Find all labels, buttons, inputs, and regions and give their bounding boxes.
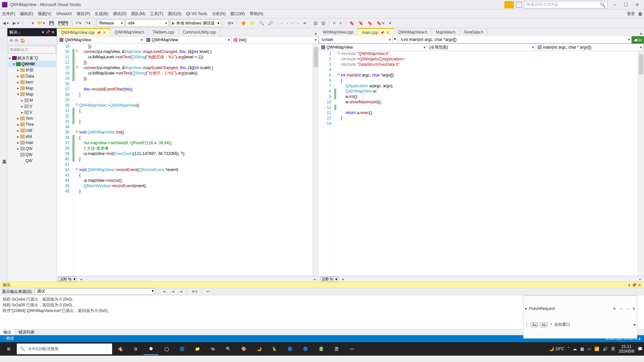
- config-combo[interactable]: Release: [97, 19, 125, 27]
- polish-more-icon[interactable]: ⋮: [525, 322, 529, 327]
- weather-widget[interactable]: 🌙 18°C: [549, 347, 564, 351]
- feedback-icon[interactable]: [516, 2, 522, 8]
- editor-tab[interactable]: QWHMapView.h: [110, 28, 148, 36]
- tb-icon[interactable]: 🔎: [267, 20, 275, 26]
- tb-icon[interactable]: ▫: [285, 20, 289, 26]
- menu-vassistx[interactable]: VAssistX: [56, 11, 72, 16]
- editor-tab[interactable]: GeoData.h: [460, 28, 488, 36]
- wifi-icon[interactable]: 📶: [594, 347, 599, 351]
- chevron-down-icon[interactable]: ▾: [525, 306, 527, 311]
- taskbar-app[interactable]: 🐴: [113, 343, 128, 355]
- right-hscroll[interactable]: ◂▸: [340, 277, 643, 281]
- va-scope[interactable]: ↳ main: [319, 36, 393, 43]
- polish-close-icon[interactable]: ✕: [632, 306, 636, 311]
- user-icon[interactable]: ▦: [638, 11, 642, 16]
- right-vscroll[interactable]: [638, 51, 644, 276]
- left-vscroll[interactable]: [313, 44, 319, 276]
- platform-combo[interactable]: x64: [126, 19, 169, 27]
- indent-button[interactable]: ≡: [332, 20, 337, 26]
- save-button[interactable]: 💾: [48, 20, 55, 26]
- new-project-button[interactable]: 📄▾: [26, 20, 35, 26]
- polish-scope-dropdown[interactable]: ▾: [634, 322, 636, 327]
- taskbar-app[interactable]: 🎨: [236, 343, 251, 355]
- menu-debug[interactable]: 调试(D): [113, 11, 127, 17]
- editor-tab[interactable]: TileItem.cpp: [148, 28, 179, 36]
- menu-test[interactable]: 测试(S): [168, 11, 181, 17]
- nav-scope[interactable]: QWHMapView: [57, 37, 144, 43]
- tree-item[interactable]: QW: [8, 158, 56, 164]
- uncomment-button[interactable]: ▥: [320, 20, 327, 26]
- menu-project[interactable]: 项目(P): [77, 11, 90, 17]
- taskbar-search[interactable]: 🔍今年618取消预售: [17, 344, 112, 354]
- maximize-button[interactable]: ☐: [621, 2, 631, 7]
- start-button[interactable]: ⊞: [1, 343, 16, 355]
- close-icon[interactable]: ✕: [638, 283, 641, 288]
- task-view-icon[interactable]: ⧉: [128, 343, 143, 355]
- nav-member[interactable]: init(): [232, 37, 318, 43]
- taskbar-app[interactable]: 🔍: [221, 343, 236, 355]
- notification-flag-icon[interactable]: [504, 1, 514, 8]
- output-source-combo[interactable]: 调试: [35, 288, 155, 295]
- dropdown-icon[interactable]: ▾: [628, 283, 630, 288]
- menu-qt[interactable]: Qt VS Tools: [186, 11, 207, 16]
- tb-icon[interactable]: ▫: [291, 20, 295, 26]
- tb-icon[interactable]: ▫: [296, 20, 300, 26]
- undo-button[interactable]: ↶▾: [75, 20, 83, 26]
- tree-item[interactable]: ▸Thre: [8, 121, 56, 127]
- start-debug-button[interactable]: ▶本地 Windows 调试器: [170, 19, 221, 27]
- quick-launch-input[interactable]: 快速启动 (Ctrl+Q)🔍: [524, 1, 608, 8]
- editor-tab[interactable]: QWHMapView.h: [394, 28, 432, 36]
- taskbar-app-edge[interactable]: 🌐: [175, 343, 189, 355]
- bookmark-clear-icon[interactable]: 🔖✕: [375, 20, 386, 26]
- taskbar-app-vs[interactable]: ⬣: [144, 343, 158, 355]
- tab-output[interactable]: 输出: [0, 329, 15, 335]
- polish-dismiss-icon[interactable]: ✕: [613, 306, 616, 311]
- polish-prev-icon[interactable]: →: [619, 306, 623, 311]
- menu-team[interactable]: 团队(M): [131, 11, 145, 17]
- nav-member[interactable]: main(int argc, char * argv[]): [536, 44, 644, 51]
- nav-fwd-button[interactable]: ▶ ▾: [11, 20, 20, 26]
- menu-tools[interactable]: 工具(T): [150, 11, 163, 17]
- tab-errorlist[interactable]: 错误列表: [15, 329, 38, 335]
- taskbar-app[interactable]: 📓: [329, 343, 344, 355]
- taskbar-app[interactable]: ◯: [159, 343, 174, 355]
- out-icon[interactable]: ⇤: [162, 289, 168, 295]
- case-icon[interactable]: Aa: [531, 322, 538, 327]
- sign-in-link[interactable]: 登录: [627, 11, 635, 17]
- tree-item[interactable]: ▸mair: [8, 140, 56, 146]
- tb-icon[interactable]: 📁: [249, 20, 256, 26]
- notifications-icon[interactable]: 💬: [638, 347, 643, 351]
- pin-icon[interactable]: 📌: [632, 283, 637, 288]
- nav-class[interactable]: QWHMapView: [144, 37, 231, 43]
- taskbar-app[interactable]: 🌙: [252, 343, 266, 355]
- nav-back-button[interactable]: ◀ ▾: [1, 20, 10, 26]
- tree-item[interactable]: ▸解决方案"Q: [8, 55, 56, 61]
- tree-item[interactable]: ▸Data: [8, 73, 56, 79]
- clear-icon[interactable]: ✕≡: [190, 289, 199, 295]
- taskbar-app[interactable]: 📗: [313, 343, 328, 355]
- menu-analyze[interactable]: 分析(N): [212, 11, 226, 17]
- editor-tab[interactable]: QWHMapView.cpp 📌 ✕: [57, 28, 110, 36]
- tb-more[interactable]: ▾: [388, 20, 392, 26]
- tb-icon[interactable]: 🔍: [258, 20, 265, 26]
- tb-icon[interactable]: ▫: [280, 20, 284, 26]
- tb-icon[interactable]: ▫▾: [301, 20, 307, 26]
- output-body[interactable]: 线程 0x1eb4 已退出，返回值为 0 (0x0)。 线程 0x3a08 已退…: [0, 295, 644, 329]
- bookmark-prev-icon[interactable]: 🔖: [357, 20, 365, 26]
- tray-overflow-icon[interactable]: ˄: [567, 347, 569, 351]
- wrap-icon[interactable]: ↩: [205, 289, 211, 295]
- tree-item[interactable]: ▸Tem: [8, 115, 56, 121]
- tree-item[interactable]: ▸M: [8, 97, 56, 103]
- va-nav-btn[interactable]: ▸: [393, 36, 398, 43]
- tray-icon[interactable]: ▦: [580, 347, 584, 351]
- editor-tab[interactable]: CommonUtility.cpp: [179, 28, 220, 36]
- solution-tree[interactable]: ▸解决方案"Q▾QWHM▸外部▸Data▸Item▸Map▾Map▸M▸V▸V▸…: [7, 54, 57, 282]
- minimize-button[interactable]: ─: [610, 2, 619, 7]
- tab-overflow[interactable]: ▾: [638, 32, 644, 36]
- comment-button[interactable]: ▤: [312, 20, 319, 26]
- tree-item[interactable]: ▸外部: [8, 67, 56, 73]
- tree-item[interactable]: ▾Map: [8, 91, 56, 97]
- out-icon[interactable]: ⇥: [178, 289, 184, 295]
- out-icon[interactable]: ⇥: [170, 289, 176, 295]
- taskbar-app-store[interactable]: 🛍: [205, 343, 220, 355]
